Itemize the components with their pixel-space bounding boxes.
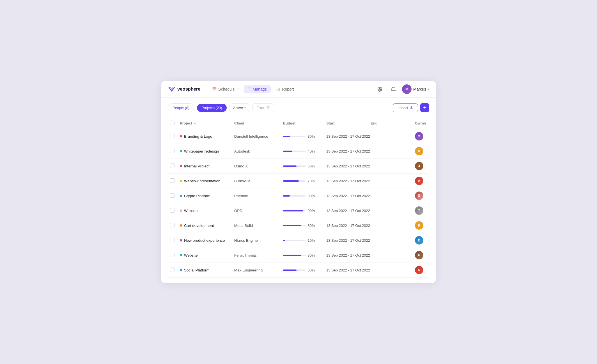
owner-initials: P xyxy=(415,251,423,259)
calendar-icon: 📅 xyxy=(212,87,217,91)
import-button[interactable]: Import xyxy=(393,103,418,112)
row-4-checkbox[interactable] xyxy=(170,178,174,183)
add-icon: + xyxy=(423,105,426,111)
settings-button[interactable] xyxy=(375,84,385,94)
notifications-button[interactable] xyxy=(389,84,398,94)
row-1-checkbox[interactable] xyxy=(170,134,174,138)
row-3-date-range: 13 Sep 2022 - 17 Oct 2022 xyxy=(324,159,413,174)
project-dot-icon xyxy=(180,150,182,152)
row-10-client: Max Engineering xyxy=(232,263,281,278)
nav-schedule[interactable]: 📅 Schedule ▾ xyxy=(208,85,242,93)
row-8-owner: D xyxy=(413,233,429,248)
row-3-checkbox[interactable] xyxy=(170,163,174,168)
row-5-checkbox[interactable] xyxy=(170,193,174,198)
row-8-checkbox[interactable] xyxy=(170,238,174,242)
row-10-owner: N xyxy=(413,263,429,278)
select-all-checkbox[interactable] xyxy=(170,121,174,125)
col-end: End xyxy=(368,118,413,129)
project-label: Social Platform xyxy=(184,268,210,272)
row-8-date-range: 13 Sep 2022 - 17 Oct 2022 xyxy=(324,233,413,248)
nav-manage[interactable]: ☰ Manage xyxy=(244,85,271,93)
add-button[interactable]: + xyxy=(420,103,429,112)
row-1-project[interactable]: Branding & Logo xyxy=(178,129,232,144)
budget-percent: 10% xyxy=(308,238,317,243)
project-name: Website xyxy=(180,209,230,213)
row-2-checkbox-cell xyxy=(168,144,178,159)
budget-cell: 10% xyxy=(283,238,322,243)
row-9-owner: P xyxy=(413,248,429,263)
project-label: Website xyxy=(184,253,198,257)
budget-progress-fill xyxy=(283,255,301,256)
row-5-client: Pheonix xyxy=(232,188,281,203)
budget-progress-bar xyxy=(283,136,306,137)
budget-cell: 60% xyxy=(283,268,322,272)
projects-tab[interactable]: Projects (23) xyxy=(197,104,227,112)
row-6-date-range: 13 Sep 2022 - 17 Oct 2022 xyxy=(324,203,413,218)
budget-percent: 60% xyxy=(308,164,317,168)
active-filter-button[interactable]: Active ▾ xyxy=(229,103,249,112)
col-project[interactable]: Project ▾ xyxy=(178,118,232,129)
row-10-project[interactable]: Social Platform xyxy=(178,263,232,278)
budget-cell: 80% xyxy=(283,253,322,257)
row-5-project[interactable]: Crypto Platform xyxy=(178,188,232,203)
row-8-project[interactable]: New product experience xyxy=(178,233,232,248)
owner-avatar: A xyxy=(415,177,423,185)
user-menu[interactable]: M Marcus ▾ xyxy=(402,84,429,94)
report-icon: 📊 xyxy=(276,87,280,91)
project-dot-icon xyxy=(180,209,182,212)
budget-cell: 80% xyxy=(283,224,322,228)
budget-progress-fill xyxy=(283,180,299,182)
budget-progress-bar xyxy=(283,195,306,197)
owner-initials: M xyxy=(415,132,423,140)
col-checkbox xyxy=(168,118,178,129)
row-6-project[interactable]: Website xyxy=(178,203,232,218)
table-header-row: Project ▾ Client Budget Start End Owner xyxy=(168,118,429,129)
budget-progress-bar xyxy=(283,255,306,256)
project-dot-icon xyxy=(180,180,182,182)
people-tab[interactable]: People (8) xyxy=(168,103,194,112)
project-name: New product experience xyxy=(180,238,230,243)
gear-icon xyxy=(377,87,382,92)
budget-progress-bar xyxy=(283,151,306,152)
row-7-checkbox[interactable] xyxy=(170,223,174,227)
row-2-checkbox[interactable] xyxy=(170,149,174,153)
nav-report[interactable]: 📊 Report xyxy=(272,85,298,93)
nav-right: M Marcus ▾ xyxy=(375,84,429,94)
filter-label: Filter xyxy=(256,106,265,110)
project-name: Internal Project xyxy=(180,164,230,168)
owner-initials: J xyxy=(415,162,423,170)
row-7-owner: R xyxy=(413,218,429,233)
project-name: Social Platform xyxy=(180,268,230,272)
row-9-client: Ferox limmits xyxy=(232,248,281,263)
budget-progress-fill xyxy=(283,210,303,211)
project-dot-icon xyxy=(180,239,182,241)
row-4-project[interactable]: Webflow presentation xyxy=(178,174,232,188)
col-budget: Budget xyxy=(281,118,324,129)
row-9-checkbox[interactable] xyxy=(170,253,174,257)
row-1-client: Danstell Intelligence xyxy=(232,129,281,144)
row-5-date-range: 13 Sep 2022 - 17 Oct 2022 xyxy=(324,188,413,203)
budget-progress-fill xyxy=(283,269,297,271)
row-8-checkbox-cell xyxy=(168,233,178,248)
row-2-project[interactable]: Whitepaper redesign xyxy=(178,144,232,159)
row-7-project[interactable]: Cart development xyxy=(178,218,232,233)
budget-progress-fill xyxy=(283,165,297,167)
project-sort-icon: ▾ xyxy=(194,122,196,125)
filter-button[interactable]: Filter xyxy=(252,103,274,112)
row-3-budget: 60% xyxy=(281,159,324,174)
budget-progress-bar xyxy=(283,165,306,167)
row-6-checkbox[interactable] xyxy=(170,208,174,213)
budget-cell: 70% xyxy=(283,179,322,183)
owner-avatar: D xyxy=(415,236,423,245)
row-9-project[interactable]: Website xyxy=(178,248,232,263)
toolbar: People (8) Projects (23) Active ▾ Filter… xyxy=(168,103,429,112)
owner-initials: D xyxy=(415,236,423,245)
row-10-checkbox[interactable] xyxy=(170,268,174,272)
table-row: Website OPD 90% 13 Sep 2022 - 17 Oct 202… xyxy=(168,203,429,218)
row-2-owner: K xyxy=(413,144,429,159)
row-3-project[interactable]: Internal Project xyxy=(178,159,232,174)
project-dot-icon xyxy=(180,195,182,197)
owner-avatar: S xyxy=(415,192,423,200)
budget-progress-bar xyxy=(283,225,306,226)
owner-avatar: N xyxy=(415,266,423,274)
